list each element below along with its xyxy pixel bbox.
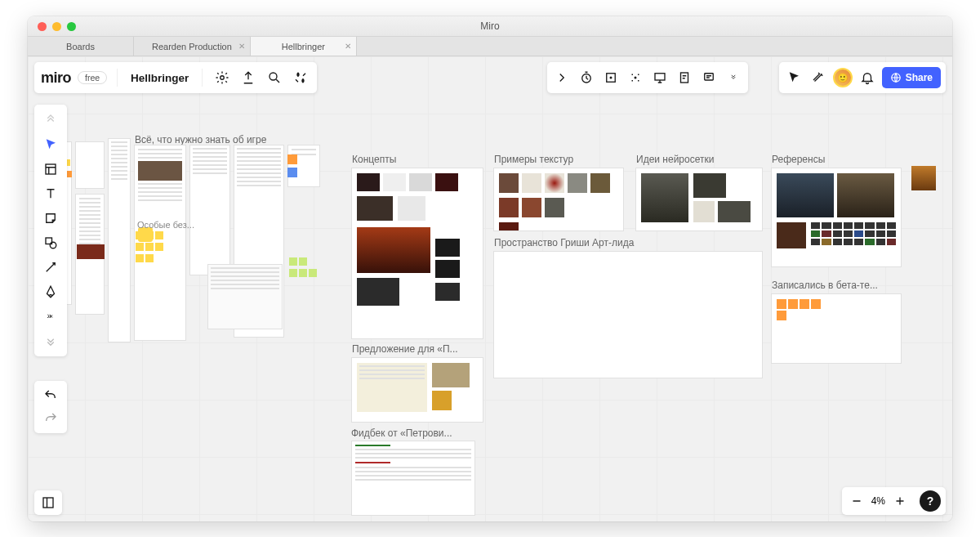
zoom-in-button[interactable] (890, 491, 910, 511)
texture-thumb[interactable] (499, 198, 519, 217)
image-thumb[interactable] (435, 283, 460, 301)
sticky-cluster[interactable] (289, 257, 330, 331)
present-icon[interactable] (650, 68, 670, 87)
minimap-toggle[interactable] (34, 490, 62, 515)
reactions-icon[interactable] (808, 68, 828, 87)
apps-icon[interactable] (291, 68, 310, 87)
image-thumb[interactable] (432, 363, 470, 387)
more-icon[interactable] (724, 68, 743, 87)
note-icon[interactable] (675, 68, 694, 87)
hide-frames-icon[interactable] (601, 68, 621, 87)
image-thumb[interactable] (777, 173, 834, 217)
close-icon[interactable]: ✕ (238, 42, 245, 51)
image-thumb[interactable] (398, 196, 425, 221)
pen-tool[interactable] (38, 280, 64, 304)
timer-icon[interactable] (577, 68, 596, 87)
zoom-level[interactable]: 4% (871, 495, 885, 507)
frame-textures[interactable]: Примеры текстур (493, 168, 624, 231)
frame-proposal[interactable]: Предложение для «П... (351, 357, 483, 423)
image-thumb[interactable] (432, 391, 452, 410)
image-thumb[interactable] (435, 239, 460, 257)
tab-rearden[interactable]: Rearden Production ✕ (134, 37, 251, 56)
sticky-cluster[interactable] (136, 231, 204, 321)
window-zoom-button[interactable] (67, 22, 76, 31)
text-tool[interactable] (38, 181, 64, 206)
image-thumb[interactable] (357, 196, 393, 221)
image-thumb[interactable] (911, 166, 936, 190)
doc-thumb[interactable] (108, 138, 131, 342)
redo-button[interactable] (41, 409, 60, 428)
share-button[interactable]: Share (882, 67, 941, 88)
close-icon[interactable]: ✕ (345, 42, 351, 51)
sticky-tool[interactable] (38, 206, 64, 230)
sticky-note[interactable] (777, 311, 786, 320)
expand-up-icon[interactable] (38, 108, 64, 132)
image-thumb[interactable] (718, 201, 751, 222)
miro-logo[interactable]: miro (41, 69, 71, 87)
sticky-note[interactable] (788, 299, 798, 309)
connector-tool[interactable] (38, 255, 64, 280)
frame-artlead[interactable]: Пространство Гриши Арт-лида (493, 251, 763, 378)
frame-feedback[interactable] (351, 441, 475, 516)
search-icon[interactable] (265, 68, 284, 87)
shape-tool[interactable] (38, 230, 64, 255)
sticky-note[interactable] (777, 299, 786, 309)
sticky-note[interactable] (800, 299, 809, 309)
image-thumb[interactable] (409, 173, 432, 191)
frame-concepts[interactable]: Концепты (351, 168, 483, 339)
zoom-out-button[interactable] (847, 491, 866, 511)
texture-thumb[interactable] (522, 173, 541, 193)
undo-button[interactable] (41, 386, 60, 405)
image-thumb[interactable] (777, 222, 806, 248)
attention-icon[interactable] (626, 68, 645, 87)
board-name[interactable]: Hellbringer (131, 72, 189, 84)
image-thumb[interactable] (357, 227, 430, 273)
doc-thumb[interactable] (357, 363, 427, 412)
texture-thumb[interactable] (499, 222, 519, 230)
image-thumb[interactable] (383, 173, 406, 191)
frame-refs[interactable]: Референсы (771, 168, 902, 267)
image-thumb[interactable] (693, 201, 715, 222)
settings-icon[interactable] (212, 68, 232, 87)
cursor-toggle-icon[interactable] (784, 68, 804, 87)
texture-thumb[interactable] (522, 198, 541, 217)
table-thumb[interactable] (207, 264, 283, 329)
window-close-button[interactable] (38, 22, 47, 31)
window-minimize-button[interactable] (52, 22, 61, 31)
image-thumb[interactable] (435, 173, 458, 191)
texture-thumb[interactable] (499, 173, 519, 193)
image-thumb[interactable] (357, 278, 399, 306)
more-tools-icon[interactable]: » (38, 304, 64, 329)
collapse-icon[interactable] (552, 68, 572, 87)
doc-thumb[interactable] (75, 141, 105, 189)
image-thumb[interactable] (435, 260, 460, 278)
template-tool[interactable] (38, 157, 64, 181)
texture-thumb[interactable] (545, 173, 564, 193)
image-thumb[interactable] (837, 173, 894, 217)
collapse-tools-icon[interactable] (38, 329, 64, 353)
texture-thumb[interactable] (545, 198, 564, 217)
sticky-note[interactable] (811, 299, 821, 309)
image-thumb[interactable] (357, 173, 380, 191)
help-button[interactable]: ? (920, 490, 941, 512)
doc-thumb[interactable] (287, 145, 320, 187)
export-icon[interactable] (238, 68, 258, 87)
texture-thumb[interactable] (590, 173, 610, 193)
frame-neural[interactable]: Идеи нейросетки (635, 168, 763, 231)
board-canvas[interactable]: Всё, что нужно знать об игре Особые без.… (28, 56, 952, 521)
tab-hellbringer[interactable]: Hellbringer ✕ (251, 37, 357, 56)
icon-grid[interactable] (811, 222, 896, 262)
comments-icon[interactable] (699, 68, 719, 87)
frame-beta[interactable]: Записались в бета-те... (771, 293, 902, 364)
notifications-icon[interactable] (858, 68, 877, 87)
image-thumb[interactable] (77, 244, 105, 259)
sticky-note[interactable] (287, 154, 297, 164)
collaborator-avatar[interactable]: 🙂 (833, 68, 853, 87)
tab-boards[interactable]: Boards (28, 37, 134, 56)
sticky-note[interactable] (287, 168, 297, 177)
image-thumb[interactable] (641, 173, 688, 222)
texture-thumb[interactable] (568, 173, 587, 193)
plan-badge[interactable]: free (78, 71, 107, 84)
select-tool[interactable] (38, 132, 64, 157)
image-thumb[interactable] (693, 173, 726, 198)
